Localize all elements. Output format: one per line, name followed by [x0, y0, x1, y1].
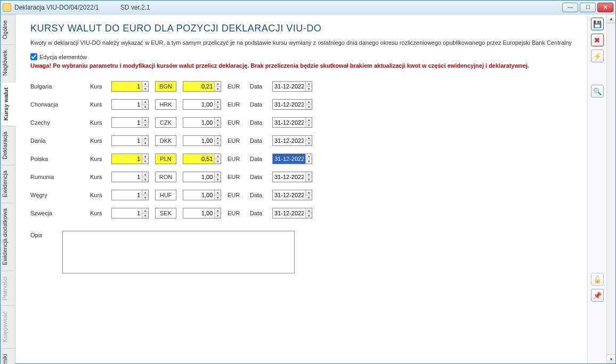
rate-field[interactable]: ▲ ▼ — [183, 135, 221, 146]
edit-elements-checkbox[interactable] — [30, 53, 37, 60]
spin-up-icon[interactable]: ▲ — [142, 190, 148, 196]
tab-ewidencja[interactable]: Ewidencja — [1, 165, 15, 203]
date-spinner[interactable]: ▲ ▼ — [305, 154, 312, 164]
date-spinner[interactable]: ▲ ▼ — [305, 208, 312, 218]
lock-button[interactable]: 🔓 — [591, 273, 604, 286]
date-input[interactable] — [273, 100, 305, 109]
qty-field-spinner[interactable]: ▲ ▼ — [142, 118, 148, 127]
date-field[interactable]: ▲ ▼ — [272, 81, 312, 92]
window-minimize-button[interactable]: — — [562, 3, 578, 12]
rate-field-spinner[interactable]: ▲ ▼ — [214, 136, 221, 145]
scroll-up-arrow[interactable]: ▲ — [607, 14, 615, 23]
spin-down-icon[interactable]: ▼ — [142, 196, 148, 200]
spin-up-icon[interactable]: ▲ — [215, 190, 221, 196]
spin-up-icon[interactable]: ▲ — [215, 208, 221, 214]
date-spinner[interactable]: ▲ ▼ — [305, 172, 312, 182]
qty-field-input[interactable] — [112, 208, 142, 218]
scroll-track[interactable] — [607, 23, 615, 354]
date-input[interactable] — [273, 190, 305, 200]
spin-down-icon[interactable]: ▼ — [306, 87, 312, 92]
save-button[interactable]: 💾 — [591, 18, 604, 30]
qty-field-input[interactable] — [112, 136, 142, 145]
spin-down-icon[interactable]: ▼ — [142, 177, 148, 182]
date-input[interactable] — [273, 172, 305, 182]
spin-up-icon[interactable]: ▲ — [215, 136, 221, 141]
rate-field-spinner[interactable]: ▲ ▼ — [214, 208, 221, 218]
pin-button[interactable]: 📌 — [591, 289, 604, 302]
spin-down-icon[interactable]: ▼ — [142, 105, 148, 110]
spin-down-icon[interactable]: ▼ — [306, 177, 312, 182]
tab-kursy-walut[interactable]: Kursy walut — [1, 82, 15, 126]
spin-up-icon[interactable]: ▲ — [306, 118, 312, 123]
qty-field[interactable]: ▲ ▼ — [111, 190, 149, 200]
qty-field-spinner[interactable]: ▲ ▼ — [142, 190, 148, 200]
date-spinner[interactable]: ▲ ▼ — [305, 190, 312, 200]
qty-field[interactable]: ▲ ▼ — [111, 99, 149, 110]
zoom-button[interactable]: 🔍 — [591, 85, 604, 98]
rate-field[interactable]: ▲ ▼ — [183, 81, 221, 92]
spin-down-icon[interactable]: ▼ — [215, 214, 221, 219]
spin-down-icon[interactable]: ▼ — [215, 141, 221, 146]
rate-field[interactable]: ▲ ▼ — [183, 99, 221, 110]
tab-ogólne[interactable]: Ogólne — [1, 14, 15, 44]
spin-down-icon[interactable]: ▼ — [142, 159, 148, 164]
date-spinner[interactable]: ▲ ▼ — [305, 118, 312, 127]
spin-up-icon[interactable]: ▲ — [306, 190, 312, 196]
spin-up-icon[interactable]: ▲ — [306, 100, 312, 105]
spin-up-icon[interactable]: ▲ — [215, 154, 221, 159]
date-field[interactable]: ▲ ▼ — [272, 190, 312, 200]
spin-down-icon[interactable]: ▼ — [306, 196, 312, 200]
qty-field[interactable]: ▲ ▼ — [111, 81, 149, 92]
spin-down-icon[interactable]: ▼ — [306, 105, 312, 110]
rate-field-input[interactable] — [183, 190, 214, 200]
spin-up-icon[interactable]: ▲ — [142, 118, 148, 123]
spin-up-icon[interactable]: ▲ — [142, 82, 148, 87]
rate-field[interactable]: ▲ ▼ — [183, 153, 221, 164]
rate-field-spinner[interactable]: ▲ ▼ — [214, 118, 221, 127]
spin-up-icon[interactable]: ▲ — [306, 136, 312, 141]
qty-field[interactable]: ▲ ▼ — [111, 172, 149, 182]
spin-up-icon[interactable]: ▲ — [215, 82, 221, 87]
date-input[interactable] — [273, 118, 305, 127]
qty-field-input[interactable] — [112, 82, 142, 91]
rate-field[interactable]: ▲ ▼ — [183, 172, 221, 182]
spin-up-icon[interactable]: ▲ — [142, 172, 148, 177]
vertical-scrollbar[interactable]: ▲ ▼ — [606, 14, 615, 363]
date-input[interactable] — [273, 136, 305, 145]
date-input[interactable] — [273, 154, 305, 164]
qty-field-input[interactable] — [112, 172, 142, 182]
rate-field-input[interactable] — [183, 208, 214, 218]
spin-up-icon[interactable]: ▲ — [306, 208, 312, 214]
spin-up-icon[interactable]: ▲ — [215, 100, 221, 105]
rate-field[interactable]: ▲ ▼ — [183, 208, 221, 219]
spin-down-icon[interactable]: ▼ — [306, 214, 312, 219]
spin-down-icon[interactable]: ▼ — [142, 123, 148, 128]
qty-field-spinner[interactable]: ▲ ▼ — [142, 208, 148, 218]
qty-field-spinner[interactable]: ▲ ▼ — [142, 154, 148, 164]
date-field[interactable]: ▲ ▼ — [272, 99, 312, 110]
date-input[interactable] — [273, 82, 305, 91]
qty-field[interactable]: ▲ ▼ — [111, 208, 149, 219]
delete-button[interactable]: ✖ — [591, 34, 604, 46]
scroll-down-arrow[interactable]: ▼ — [607, 354, 615, 363]
qty-field-spinner[interactable]: ▲ ▼ — [142, 172, 148, 182]
window-maximize-button[interactable]: ☐ — [580, 3, 596, 12]
description-textarea[interactable] — [62, 231, 295, 273]
spin-down-icon[interactable]: ▼ — [306, 141, 312, 146]
spin-up-icon[interactable]: ▲ — [142, 136, 148, 141]
spin-up-icon[interactable]: ▲ — [306, 172, 312, 177]
qty-field-spinner[interactable]: ▲ ▼ — [142, 82, 148, 91]
date-input[interactable] — [273, 208, 305, 218]
rate-field[interactable]: ▲ ▼ — [183, 190, 221, 200]
rate-field-input[interactable] — [183, 118, 214, 127]
spin-down-icon[interactable]: ▼ — [215, 177, 221, 182]
rate-field-spinner[interactable]: ▲ ▼ — [214, 172, 221, 182]
spin-up-icon[interactable]: ▲ — [215, 172, 221, 177]
rate-field-input[interactable] — [183, 100, 214, 109]
tab-ewidencja-dodatkowa[interactable]: Ewidencja dodatkowa — [1, 203, 15, 270]
spin-down-icon[interactable]: ▼ — [215, 196, 221, 200]
spin-up-icon[interactable]: ▲ — [142, 208, 148, 214]
date-field[interactable]: ▲ ▼ — [272, 153, 312, 164]
qty-field-input[interactable] — [112, 190, 142, 200]
rate-field-spinner[interactable]: ▲ ▼ — [214, 154, 221, 164]
